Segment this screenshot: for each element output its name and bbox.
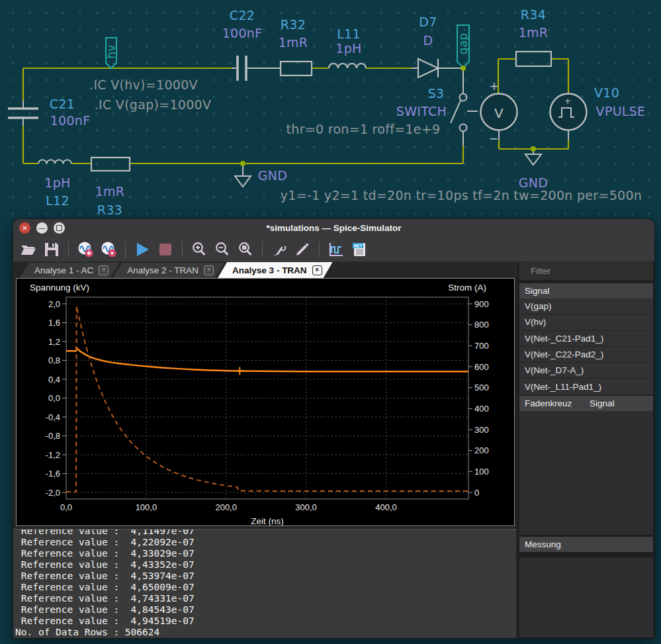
toolbar-separator [319, 242, 320, 257]
schematic-label: D7 [419, 15, 437, 29]
log-line: Reference value : 4,53974e-07 [15, 571, 516, 582]
log-line: Reference value : 4,84543e-07 [15, 604, 516, 616]
svg-text:300: 300 [474, 425, 489, 435]
toolbar-separator [182, 242, 183, 257]
probe-button[interactable] [269, 240, 289, 259]
gnd-symbol[interactable] [235, 176, 251, 187]
schematic-label: gap [457, 33, 470, 55]
filter-input[interactable] [529, 265, 649, 277]
svg-text:800: 800 [474, 320, 489, 330]
run-simulation-button[interactable] [132, 240, 152, 259]
schematic-label: 1pH [44, 175, 70, 190]
svg-text:200: 200 [474, 445, 489, 455]
schematic-label: 100nF [222, 26, 263, 40]
schematic-label: 1mR [519, 25, 549, 40]
svg-text:Zeit (ns): Zeit (ns) [251, 516, 284, 526]
maximize-button[interactable] [54, 222, 65, 234]
diode-d7[interactable] [418, 59, 438, 77]
signal-row[interactable]: V(gap) [519, 299, 653, 314]
tab-analysis-3[interactable]: Analyse 3 - TRAN× [218, 262, 333, 278]
svg-text:400: 400 [474, 404, 489, 414]
tab-analysis-2[interactable]: Analyse 2 - TRAN× [112, 263, 224, 278]
schematic-label: R32 [281, 17, 306, 32]
measurement-list-empty[interactable] [519, 557, 653, 637]
svg-text:1,2: 1,2 [48, 337, 60, 347]
svg-text:NET: NET [354, 243, 363, 248]
tab-close-icon[interactable]: × [312, 265, 322, 275]
svg-text:200,0: 200,0 [215, 502, 237, 512]
show-netlist-button[interactable]: NET [349, 240, 369, 259]
signal-row[interactable]: V(Net-_D7-A_) [519, 363, 653, 379]
tune-button[interactable] [292, 240, 312, 259]
svg-text:0: 0 [474, 488, 479, 498]
resistor-r33[interactable] [91, 158, 130, 171]
measurement-header: Messung [519, 537, 653, 552]
svg-text:900: 900 [474, 299, 489, 309]
svg-text:700: 700 [474, 341, 489, 351]
zoom-to-fit-button[interactable] [236, 240, 255, 259]
tab-analysis-1[interactable]: Analyse 1 - AC× [20, 263, 119, 278]
open-file-button[interactable] [19, 240, 38, 259]
switch-s3[interactable] [451, 94, 467, 132]
tab-close-icon[interactable]: × [99, 265, 109, 275]
signals-column: Signal V(gap)V(hv)V(Net-_C21-Pad1_)V(Net… [517, 262, 654, 638]
tab-bar: Analyse 1 - AC×Analyse 2 - TRAN×Analyse … [13, 262, 517, 278]
resistor-r34[interactable] [516, 52, 551, 66]
show-plot-button[interactable] [326, 240, 346, 259]
schematic-label: SWITCH [396, 104, 447, 118]
signal-row[interactable]: V(Net-_L11-Pad1_) [519, 379, 653, 394]
stop-simulation-button[interactable] [155, 240, 175, 259]
inductor-l12[interactable] [38, 160, 71, 163]
schematic-label: .IC V(gap)=1000V [95, 97, 212, 112]
log-line: Reference value : 4,65009e-07 [15, 582, 516, 593]
svg-text:-0,8: -0,8 [46, 431, 60, 441]
tab-label: Analyse 3 - TRAN [232, 265, 307, 275]
schematic-label: hv [105, 44, 118, 58]
schematic-label: L11 [337, 26, 361, 41]
window-title: *simulations — Spice-Simulator [13, 223, 654, 233]
schematic-label: .IC V(hv)=1000V [89, 77, 198, 92]
log-line: No. of Data Rows : 506624 [15, 627, 516, 638]
zoom-in-button[interactable] [189, 240, 209, 259]
schematic-label: y1=-1 y2=1 td=20n tr=10ps tf=2n tw=200n … [281, 188, 642, 203]
simulation-settings-button[interactable] [99, 240, 118, 259]
signal-row[interactable]: V(Net-_C22-Pad2_) [519, 347, 653, 363]
svg-text:0,8: 0,8 [48, 355, 60, 365]
tab-label: Analyse 1 - AC [34, 265, 93, 275]
window-main: Analyse 1 - AC×Analyse 2 - TRAN×Analyse … [13, 262, 654, 638]
save-button[interactable] [42, 240, 62, 259]
capacitor-c21[interactable] [8, 109, 38, 118]
plot-panel[interactable]: 2,01,61,20,80,40,0-0,4-0,8-1,2-1,6-2,00,… [16, 278, 515, 526]
toolbar-separator [125, 242, 126, 257]
cursor-list-header: Fadenkreuz Signal [519, 396, 653, 411]
gnd-symbol[interactable] [525, 154, 541, 165]
toolbar-separator [68, 242, 69, 257]
resistor-r32[interactable] [281, 62, 312, 75]
new-plot-button[interactable] [75, 240, 95, 259]
signal-list-header: Signal [519, 283, 653, 299]
schematic-label: VPULSE [596, 104, 646, 118]
signal-filter[interactable] [519, 262, 653, 280]
svg-text:Strom (A): Strom (A) [448, 283, 486, 293]
minimize-button[interactable]: — [36, 222, 48, 234]
schematic-canvas[interactable]: C22100nFR321mRL111pHD7DR341mRhvgap.IC V(… [0, 0, 661, 219]
close-button[interactable]: ✕ [19, 222, 30, 234]
signal-row[interactable]: V(Net-_C21-Pad1_) [519, 331, 653, 347]
svg-text:1,6: 1,6 [48, 318, 60, 328]
zoom-out-button[interactable] [212, 240, 232, 259]
schematic-label: 1pH [335, 41, 361, 56]
schematic-label: + [490, 79, 500, 93]
svg-text:2,0: 2,0 [48, 299, 60, 309]
titlebar[interactable]: ✕ — *simulations — Spice-Simulator [13, 219, 654, 237]
schematic-label: GND [258, 168, 287, 183]
inductor-l11[interactable] [329, 64, 366, 68]
plot-column: Analyse 1 - AC×Analyse 2 - TRAN×Analyse … [13, 262, 517, 638]
cursor-list-empty[interactable] [519, 411, 653, 535]
log-line: Reference value : 4,11497e-07 [15, 529, 516, 537]
messung-label: Messung [525, 539, 561, 549]
simulation-log[interactable]: Reference value : 4,11497e-07 Reference … [13, 529, 516, 638]
schematic-label: V [494, 105, 504, 121]
tab-close-icon[interactable]: × [204, 265, 214, 275]
capacitor-c22[interactable] [238, 56, 246, 81]
signal-row[interactable]: V(hv) [519, 314, 653, 330]
